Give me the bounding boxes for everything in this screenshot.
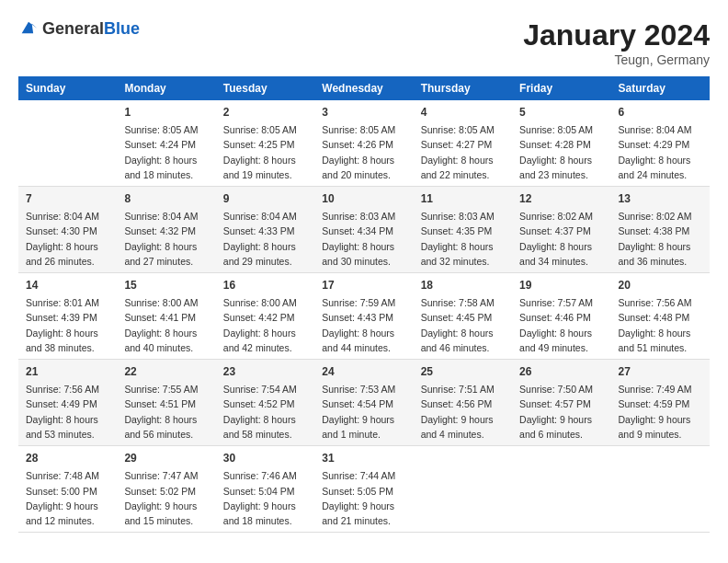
day-number: 22 [124,363,208,380]
logo-icon [18,18,39,39]
day-number: 1 [124,104,208,121]
calendar-cell: 28Sunrise: 7:48 AMSunset: 5:00 PMDayligh… [18,446,117,533]
calendar-cell: 29Sunrise: 7:47 AMSunset: 5:02 PMDayligh… [117,446,215,533]
day-info: Sunrise: 7:46 AMSunset: 5:04 PMDaylight:… [223,468,307,528]
calendar-cell: 4Sunrise: 8:05 AMSunset: 4:27 PMDaylight… [414,100,512,187]
day-number: 18 [421,277,505,293]
day-number: 26 [519,363,603,380]
day-number: 28 [26,450,109,466]
day-info: Sunrise: 7:48 AMSunset: 5:00 PMDaylight:… [26,468,109,528]
day-of-week-header: Monday [117,76,215,100]
calendar-cell: 15Sunrise: 8:00 AMSunset: 4:41 PMDayligh… [117,273,215,360]
day-info: Sunrise: 8:04 AMSunset: 4:29 PMDaylight:… [619,122,702,182]
day-number: 29 [124,450,208,466]
day-info: Sunrise: 8:04 AMSunset: 4:33 PMDaylight:… [223,209,307,269]
day-info: Sunrise: 7:59 AMSunset: 4:43 PMDaylight:… [322,295,405,355]
day-number: 5 [519,104,603,121]
day-info: Sunrise: 7:44 AMSunset: 5:05 PMDaylight:… [322,468,405,528]
day-info: Sunrise: 8:03 AMSunset: 4:34 PMDaylight:… [322,209,405,269]
calendar-cell [18,100,117,187]
day-of-week-header: Wednesday [314,76,413,100]
calendar-cell: 5Sunrise: 8:05 AMSunset: 4:28 PMDaylight… [512,100,610,187]
calendar-cell [611,446,710,533]
day-number: 23 [223,363,307,380]
day-info: Sunrise: 7:55 AMSunset: 4:51 PMDaylight:… [124,382,208,442]
calendar-cell: 31Sunrise: 7:44 AMSunset: 5:05 PMDayligh… [314,446,413,533]
day-number: 15 [124,277,208,293]
calendar-cell: 12Sunrise: 8:02 AMSunset: 4:37 PMDayligh… [512,187,610,273]
calendar-cell: 26Sunrise: 7:50 AMSunset: 4:57 PMDayligh… [512,360,610,446]
calendar-week-row: 21Sunrise: 7:56 AMSunset: 4:49 PMDayligh… [18,360,710,446]
day-info: Sunrise: 7:57 AMSunset: 4:46 PMDaylight:… [519,295,603,355]
calendar-cell: 22Sunrise: 7:55 AMSunset: 4:51 PMDayligh… [117,360,215,446]
calendar-cell: 20Sunrise: 7:56 AMSunset: 4:48 PMDayligh… [611,273,710,360]
day-number: 9 [223,190,307,207]
day-number: 2 [223,104,307,121]
calendar-cell: 25Sunrise: 7:51 AMSunset: 4:56 PMDayligh… [414,360,512,446]
logo: GeneralBlue [18,18,140,39]
day-number: 20 [619,277,702,293]
day-info: Sunrise: 7:49 AMSunset: 4:59 PMDaylight:… [619,382,702,442]
logo-text-general: General [42,19,104,38]
logo-text-blue: Blue [104,19,140,38]
day-info: Sunrise: 7:47 AMSunset: 5:02 PMDaylight:… [124,468,208,528]
day-number: 4 [421,104,505,121]
day-info: Sunrise: 8:05 AMSunset: 4:28 PMDaylight:… [519,122,603,182]
calendar-cell: 1Sunrise: 8:05 AMSunset: 4:24 PMDaylight… [117,100,215,187]
calendar-cell: 3Sunrise: 8:05 AMSunset: 4:26 PMDaylight… [314,100,413,187]
calendar-cell: 21Sunrise: 7:56 AMSunset: 4:49 PMDayligh… [18,360,117,446]
calendar-week-row: 7Sunrise: 8:04 AMSunset: 4:30 PMDaylight… [18,187,710,273]
day-number: 27 [619,363,702,380]
main-title: January 2024 [523,18,710,52]
calendar-cell: 7Sunrise: 8:04 AMSunset: 4:30 PMDaylight… [18,187,117,273]
day-number: 13 [619,190,702,207]
day-info: Sunrise: 7:54 AMSunset: 4:52 PMDaylight:… [223,382,307,442]
calendar-cell: 18Sunrise: 7:58 AMSunset: 4:45 PMDayligh… [414,273,512,360]
calendar-header-row: SundayMondayTuesdayWednesdayThursdayFrid… [18,76,710,100]
subtitle: Teugn, Germany [523,52,710,67]
day-info: Sunrise: 8:02 AMSunset: 4:37 PMDaylight:… [519,209,603,269]
calendar-cell: 23Sunrise: 7:54 AMSunset: 4:52 PMDayligh… [216,360,314,446]
day-info: Sunrise: 8:00 AMSunset: 4:42 PMDaylight:… [223,295,307,355]
day-of-week-header: Friday [512,76,610,100]
calendar-cell: 11Sunrise: 8:03 AMSunset: 4:35 PMDayligh… [414,187,512,273]
header: GeneralBlue January 2024 Teugn, Germany [18,18,710,67]
day-number: 31 [322,450,405,466]
day-info: Sunrise: 7:53 AMSunset: 4:54 PMDaylight:… [322,382,405,442]
calendar-cell: 17Sunrise: 7:59 AMSunset: 4:43 PMDayligh… [314,273,413,360]
day-info: Sunrise: 8:01 AMSunset: 4:39 PMDaylight:… [26,295,109,355]
calendar-body: 1Sunrise: 8:05 AMSunset: 4:24 PMDaylight… [18,100,710,533]
day-info: Sunrise: 7:51 AMSunset: 4:56 PMDaylight:… [421,382,505,442]
day-number: 3 [322,104,405,121]
calendar-cell: 27Sunrise: 7:49 AMSunset: 4:59 PMDayligh… [611,360,710,446]
day-info: Sunrise: 8:03 AMSunset: 4:35 PMDaylight:… [421,209,505,269]
title-area: January 2024 Teugn, Germany [523,18,710,67]
calendar-cell: 30Sunrise: 7:46 AMSunset: 5:04 PMDayligh… [216,446,314,533]
day-of-week-header: Saturday [611,76,710,100]
day-number: 17 [322,277,405,293]
calendar-week-row: 1Sunrise: 8:05 AMSunset: 4:24 PMDaylight… [18,100,710,187]
day-info: Sunrise: 8:05 AMSunset: 4:26 PMDaylight:… [322,122,405,182]
day-info: Sunrise: 8:04 AMSunset: 4:32 PMDaylight:… [124,209,208,269]
day-info: Sunrise: 7:58 AMSunset: 4:45 PMDaylight:… [421,295,505,355]
day-info: Sunrise: 8:05 AMSunset: 4:24 PMDaylight:… [124,122,208,182]
calendar-cell: 24Sunrise: 7:53 AMSunset: 4:54 PMDayligh… [314,360,413,446]
calendar-cell: 13Sunrise: 8:02 AMSunset: 4:38 PMDayligh… [611,187,710,273]
day-number: 19 [519,277,603,293]
calendar-cell: 6Sunrise: 8:04 AMSunset: 4:29 PMDaylight… [611,100,710,187]
calendar-cell: 10Sunrise: 8:03 AMSunset: 4:34 PMDayligh… [314,187,413,273]
day-number: 30 [223,450,307,466]
day-info: Sunrise: 7:56 AMSunset: 4:49 PMDaylight:… [26,382,109,442]
calendar-week-row: 28Sunrise: 7:48 AMSunset: 5:00 PMDayligh… [18,446,710,533]
calendar-table: SundayMondayTuesdayWednesdayThursdayFrid… [18,76,710,533]
day-info: Sunrise: 8:02 AMSunset: 4:38 PMDaylight:… [619,209,702,269]
calendar-cell: 19Sunrise: 7:57 AMSunset: 4:46 PMDayligh… [512,273,610,360]
day-number: 10 [322,190,405,207]
day-number: 8 [124,190,208,207]
day-info: Sunrise: 8:04 AMSunset: 4:30 PMDaylight:… [26,209,109,269]
day-info: Sunrise: 8:05 AMSunset: 4:25 PMDaylight:… [223,122,307,182]
calendar-cell: 8Sunrise: 8:04 AMSunset: 4:32 PMDaylight… [117,187,215,273]
day-number: 14 [26,277,109,293]
day-info: Sunrise: 8:00 AMSunset: 4:41 PMDaylight:… [124,295,208,355]
day-info: Sunrise: 7:56 AMSunset: 4:48 PMDaylight:… [619,295,702,355]
